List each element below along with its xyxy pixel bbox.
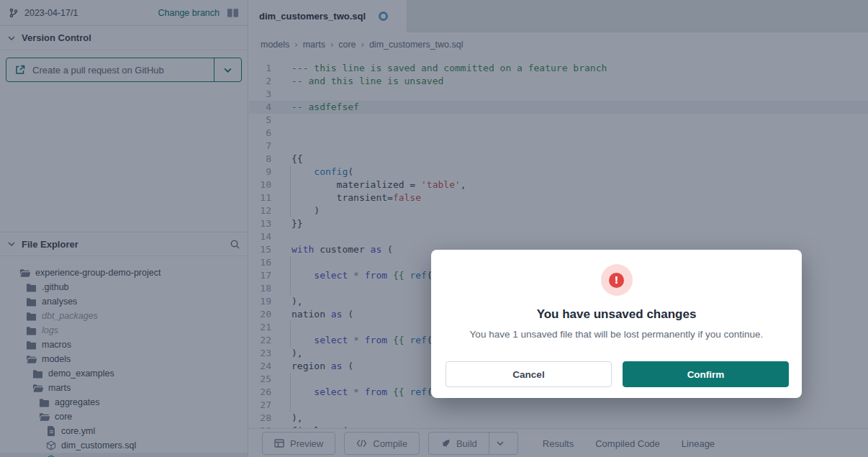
modal-actions: Cancel Confirm: [446, 361, 789, 387]
alert-icon: !: [609, 273, 624, 288]
alert-icon-badge: !: [601, 264, 633, 296]
modal-message: You have 1 unsaved file that will be los…: [446, 329, 787, 340]
unsaved-changes-modal: ! You have unsaved changes You have 1 un…: [431, 250, 802, 398]
cancel-button[interactable]: Cancel: [446, 361, 612, 387]
modal-title: You have unsaved changes: [446, 307, 787, 322]
confirm-button[interactable]: Confirm: [623, 361, 789, 387]
dbt-ide-app: 2023-04-17/1 Change branch Version Contr…: [0, 0, 868, 457]
